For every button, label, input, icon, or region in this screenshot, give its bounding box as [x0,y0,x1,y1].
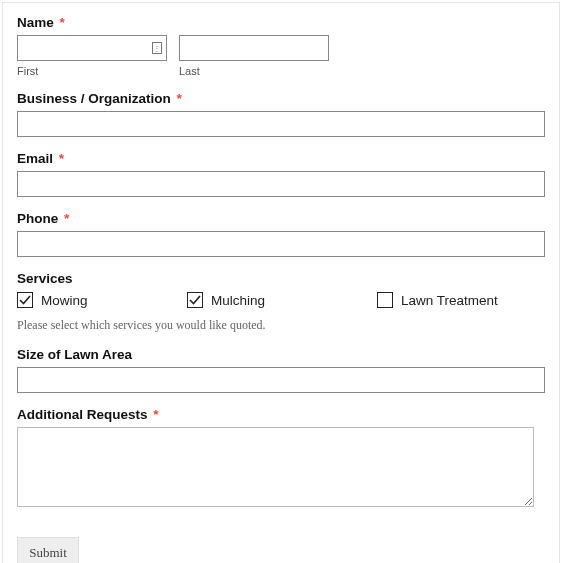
services-field-group: Services Mowing Mulching Lawn Treatment … [17,271,545,333]
name-label-text: Name [17,15,54,30]
first-name-sublabel: First [17,65,167,77]
last-name-col: Last [179,35,329,77]
lawn-treatment-checkbox[interactable] [377,292,393,308]
name-row: ⋮ First Last [17,35,545,77]
lawn-treatment-label: Lawn Treatment [401,293,498,308]
services-helper-text: Please select which services you would l… [17,318,545,333]
email-label-text: Email [17,151,53,166]
submit-button[interactable]: Submit [17,537,79,563]
quote-form: Name * ⋮ First Last Business / Organizat… [2,2,560,563]
lawn-size-label: Size of Lawn Area [17,347,545,362]
phone-label: Phone * [17,211,545,226]
lawn-size-input[interactable] [17,367,545,393]
service-item-mowing: Mowing [17,292,187,308]
mowing-checkbox[interactable] [17,292,33,308]
required-marker: * [177,91,182,106]
lawn-size-field-group: Size of Lawn Area [17,347,545,393]
additional-textarea[interactable] [17,427,534,507]
additional-label-text: Additional Requests [17,407,148,422]
name-field-group: Name * ⋮ First Last [17,15,545,77]
additional-label: Additional Requests * [17,407,545,422]
first-name-input-wrap: ⋮ [17,35,167,61]
first-name-col: ⋮ First [17,35,167,77]
required-marker: * [59,151,64,166]
last-name-sublabel: Last [179,65,329,77]
phone-input[interactable] [17,231,545,257]
required-marker: * [64,211,69,226]
required-marker: * [153,407,158,422]
phone-field-group: Phone * [17,211,545,257]
mowing-label: Mowing [41,293,88,308]
service-item-lawn-treatment: Lawn Treatment [377,292,498,308]
first-name-input[interactable] [17,35,167,61]
name-label: Name * [17,15,545,30]
phone-label-text: Phone [17,211,58,226]
business-input[interactable] [17,111,545,137]
services-row: Mowing Mulching Lawn Treatment [17,292,545,308]
email-label: Email * [17,151,545,166]
business-label-text: Business / Organization [17,91,171,106]
email-input[interactable] [17,171,545,197]
business-field-group: Business / Organization * [17,91,545,137]
mulching-checkbox[interactable] [187,292,203,308]
business-label: Business / Organization * [17,91,545,106]
additional-field-group: Additional Requests * [17,407,545,511]
email-field-group: Email * [17,151,545,197]
last-name-input[interactable] [179,35,329,61]
mulching-label: Mulching [211,293,265,308]
service-item-mulching: Mulching [187,292,377,308]
required-marker: * [60,15,65,30]
services-label: Services [17,271,545,286]
